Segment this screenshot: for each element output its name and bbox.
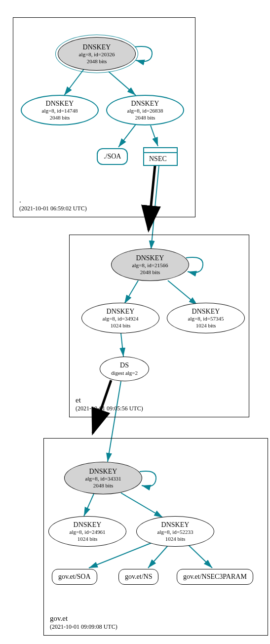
govet-zsk2-title: DNSKEY: [161, 521, 190, 529]
root-soa-text: ./SOA: [104, 152, 121, 161]
root-ksk-title: DNSKEY: [83, 43, 111, 52]
root-zsk-26838: DNSKEY alg=8, id=26838 2048 bits: [106, 95, 184, 125]
et-ds-record: DS digest alg=2: [100, 357, 149, 381]
et-zsk2-bits: 1024 bits: [196, 322, 216, 329]
zone-et-time: (2021-10-01 09:05:56 UTC): [76, 405, 143, 413]
govet-zsk1-bits: 1024 bits: [77, 536, 98, 543]
zone-root-name: .: [19, 196, 87, 205]
root-zsk2-bits: 2048 bits: [135, 115, 155, 121]
root-nsec-record: NSEC: [143, 147, 178, 166]
govet-zsk-24961: DNSKEY alg=8, id=24961 1024 bits: [48, 516, 126, 547]
root-zsk1-title: DNSKEY: [46, 99, 74, 108]
root-nsec-text: NSEC: [144, 153, 177, 165]
root-ksk-alg: alg=8, id=20326: [79, 51, 115, 58]
zone-et-label: et (2021-10-01 09:05:56 UTC): [76, 396, 143, 413]
govet-zsk-52233: DNSKEY alg=8, id=52233 1024 bits: [136, 516, 214, 547]
zone-govet-time: (2021-10-01 09:09:08 UTC): [50, 623, 117, 631]
govet-ns-record: gov.et/NS: [118, 569, 158, 585]
root-zsk-14748: DNSKEY alg=8, id=14748 2048 bits: [21, 95, 99, 125]
et-ksk-alg: alg=8, id=21566: [132, 262, 168, 269]
dnssec-diagram: . (2021-10-01 06:59:02 UTC) DNSKEY alg=8…: [5, 5, 270, 644]
et-zsk1-title: DNSKEY: [107, 307, 135, 316]
govet-nsec3param-record: gov.et/NSEC3PARAM: [177, 569, 253, 585]
root-zsk1-bits: 2048 bits: [50, 115, 70, 121]
govet-zsk2-alg: alg=8, id=52233: [157, 529, 193, 536]
zone-govet-label: gov.et (2021-10-01 09:09:08 UTC): [50, 614, 117, 631]
et-ksk: DNSKEY alg=8, id=21566 2048 bits: [111, 248, 189, 281]
root-zsk2-alg: alg=8, id=26838: [127, 108, 163, 115]
root-zsk1-alg: alg=8, id=14748: [42, 108, 78, 115]
et-ksk-title: DNSKEY: [136, 254, 164, 263]
et-zsk1-bits: 1024 bits: [111, 322, 131, 329]
nsec-top-bar: [144, 148, 177, 153]
govet-zsk1-alg: alg=8, id=24961: [70, 529, 106, 536]
et-zsk1-alg: alg=8, id=34924: [103, 316, 139, 322]
zone-root-label: . (2021-10-01 06:59:02 UTC): [19, 196, 87, 213]
et-ksk-bits: 2048 bits: [140, 269, 160, 276]
govet-ksk: DNSKEY alg=8, id=34331 2048 bits: [64, 462, 142, 494]
root-zsk2-title: DNSKEY: [131, 99, 159, 108]
et-zsk-34924: DNSKEY alg=8, id=34924 1024 bits: [81, 303, 159, 333]
zone-root-time: (2021-10-01 06:59:02 UTC): [19, 205, 87, 213]
govet-nsec3-text: gov.et/NSEC3PARAM: [183, 572, 247, 581]
govet-zsk2-bits: 1024 bits: [165, 536, 186, 543]
root-soa-record: ./SOA: [97, 148, 128, 165]
govet-zsk1-title: DNSKEY: [74, 521, 102, 529]
ds-alg: digest alg=2: [111, 370, 138, 377]
govet-soa-text: gov.et/SOA: [58, 572, 91, 581]
root-ksk: DNSKEY alg=8, id=20326 2048 bits: [58, 37, 136, 71]
govet-ksk-bits: 2048 bits: [93, 483, 114, 489]
govet-ksk-alg: alg=8, id=34331: [85, 476, 121, 483]
govet-ns-text: gov.et/NS: [125, 572, 152, 581]
et-zsk2-title: DNSKEY: [192, 307, 220, 316]
govet-soa-record: gov.et/SOA: [52, 569, 97, 585]
zone-govet-name: gov.et: [50, 614, 117, 624]
et-zsk2-alg: alg=8, id=57345: [188, 316, 224, 322]
root-ksk-bits: 2048 bits: [87, 58, 107, 65]
et-zsk-57345: DNSKEY alg=8, id=57345 1024 bits: [167, 303, 245, 333]
zone-et-name: et: [76, 396, 143, 405]
govet-ksk-title: DNSKEY: [89, 467, 117, 476]
ds-title: DS: [120, 361, 129, 370]
